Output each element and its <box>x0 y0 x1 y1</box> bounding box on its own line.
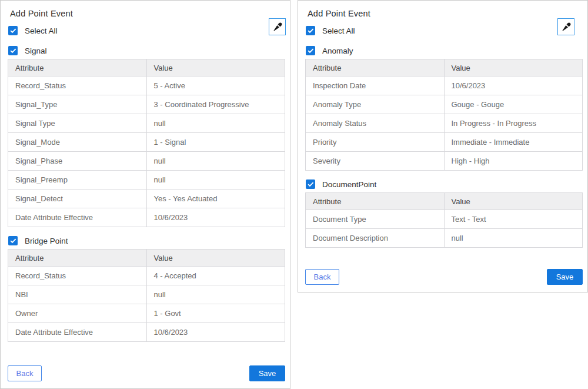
column-header-attribute: Attribute <box>8 250 147 267</box>
attribute-cell: NBI <box>8 285 147 304</box>
value-cell: 10/6/2023 <box>444 77 583 95</box>
table-row: Document Type Text - Text <box>306 210 583 229</box>
attribute-cell: Priority <box>306 133 445 152</box>
column-header-value: Value <box>444 59 583 77</box>
column-header-value: Value <box>444 193 583 210</box>
table-row: Signal Type null <box>8 114 285 133</box>
anomaly-attribute-table: Attribute Value Inspection Date 10/6/202… <box>305 59 583 171</box>
section-label-bridge-point: Bridge Point <box>25 237 68 245</box>
add-point-event-panel-right: Add Point Event Select All Anomaly Attri… <box>298 0 588 292</box>
back-button[interactable]: Back <box>8 365 42 381</box>
value-cell: 10/6/2023 <box>146 323 285 342</box>
bridge-point-checkbox[interactable] <box>8 236 18 245</box>
value-cell: 10/6/2023 <box>146 208 285 227</box>
attribute-cell: Inspection Date <box>306 77 445 95</box>
attribute-cell: Signal_Detect <box>8 189 147 208</box>
footer: Back Save <box>305 269 583 285</box>
select-all-checkbox[interactable] <box>306 26 315 35</box>
save-button[interactable]: Save <box>547 269 583 285</box>
eyedropper-icon <box>562 22 571 32</box>
table-row: Anomaly Status In Progress - In Progress <box>306 114 583 133</box>
value-cell: null <box>146 114 285 133</box>
table-header-row: Attribute Value <box>306 193 583 210</box>
table-row: Signal_Phase null <box>8 152 285 171</box>
table-row: Document Description null <box>306 229 583 248</box>
select-all-row: Select All <box>8 26 285 35</box>
back-button[interactable]: Back <box>305 269 339 285</box>
value-cell: Gouge - Gouge <box>444 95 583 114</box>
value-cell: 5 - Active <box>146 77 285 95</box>
table-header-row: Attribute Value <box>306 59 583 77</box>
value-cell: Immediate - Immediate <box>444 133 583 152</box>
attribute-cell: Signal_Mode <box>8 133 147 152</box>
value-cell: null <box>444 229 583 248</box>
attribute-cell: Signal_Phase <box>8 152 147 171</box>
column-header-attribute: Attribute <box>306 59 445 77</box>
eyedropper-picker-button[interactable] <box>557 18 574 35</box>
table-row: Signal_Detect Yes - Yes Actuated <box>8 189 285 208</box>
page-title: Add Point Event <box>308 9 583 18</box>
table-row: Priority Immediate - Immediate <box>306 133 583 152</box>
select-all-label: Select All <box>25 26 58 35</box>
attribute-cell: Date Attribute Effective <box>8 208 147 227</box>
value-cell: 3 - Coordinated Progressive <box>146 95 285 114</box>
document-point-attribute-table: Attribute Value Document Type Text - Tex… <box>305 192 583 248</box>
attribute-cell: Signal_Preemp <box>8 171 147 189</box>
select-all-row: Select All <box>306 26 583 35</box>
attribute-cell: Signal_Type <box>8 95 147 114</box>
column-header-value: Value <box>146 59 285 77</box>
anomaly-checkbox[interactable] <box>306 46 315 55</box>
value-cell: 1 - Govt <box>146 304 285 323</box>
attribute-cell: Anomaly Type <box>306 95 445 114</box>
checkmark-icon <box>308 48 314 54</box>
signal-checkbox[interactable] <box>8 46 18 55</box>
value-cell: In Progress - In Progress <box>444 114 583 133</box>
section-row-signal: Signal <box>8 46 285 55</box>
footer: Back Save <box>8 365 285 381</box>
attribute-cell: Anomaly Status <box>306 114 445 133</box>
section-label-anomaly: Anomaly <box>322 46 353 55</box>
value-cell: Text - Text <box>444 210 583 229</box>
attribute-cell: Record_Status <box>8 77 147 95</box>
table-row: Signal_Type 3 - Coordinated Progressive <box>8 95 285 114</box>
checkmark-icon <box>308 182 314 187</box>
eyedropper-picker-button[interactable] <box>269 18 286 35</box>
bridge-point-attribute-table: Attribute Value Record_Status 4 - Accept… <box>8 249 285 342</box>
save-button[interactable]: Save <box>249 365 285 381</box>
attribute-cell: Severity <box>306 152 445 171</box>
attribute-cell: Owner <box>8 304 147 323</box>
value-cell: null <box>146 152 285 171</box>
table-row: Record_Status 4 - Accepted <box>8 267 285 285</box>
table-row: NBI null <box>8 285 285 304</box>
value-cell: High - High <box>444 152 583 171</box>
checkmark-icon <box>10 238 16 244</box>
section-row-document-point: DocumentPoint <box>306 179 583 189</box>
table-row: Anomaly Type Gouge - Gouge <box>306 95 583 114</box>
checkmark-icon <box>10 48 16 54</box>
value-cell: 4 - Accepted <box>146 267 285 285</box>
table-row: Signal_Mode 1 - Signal <box>8 133 285 152</box>
value-cell: 1 - Signal <box>146 133 285 152</box>
column-header-attribute: Attribute <box>306 193 445 210</box>
column-header-attribute: Attribute <box>8 59 147 77</box>
table-row: Owner 1 - Govt <box>8 304 285 323</box>
attribute-cell: Signal Type <box>8 114 147 133</box>
attribute-cell: Record_Status <box>8 267 147 285</box>
document-point-checkbox[interactable] <box>306 179 315 189</box>
table-row: Signal_Preemp null <box>8 171 285 189</box>
attribute-cell: Document Type <box>306 210 445 229</box>
section-label-document-point: DocumentPoint <box>322 180 376 189</box>
table-row: Date Attribute Effective 10/6/2023 <box>8 208 285 227</box>
value-cell: Yes - Yes Actuated <box>146 189 285 208</box>
attribute-cell: Document Description <box>306 229 445 248</box>
column-header-value: Value <box>146 250 285 267</box>
table-row: Date Attribute Effective 10/6/2023 <box>8 323 285 342</box>
value-cell: null <box>146 171 285 189</box>
section-row-bridge-point: Bridge Point <box>8 236 285 245</box>
table-row: Record_Status 5 - Active <box>8 77 285 95</box>
select-all-checkbox[interactable] <box>8 26 18 35</box>
section-row-anomaly: Anomaly <box>306 46 583 55</box>
checkmark-icon <box>308 28 314 34</box>
table-row: Inspection Date 10/6/2023 <box>306 77 583 95</box>
table-header-row: Attribute Value <box>8 250 285 267</box>
